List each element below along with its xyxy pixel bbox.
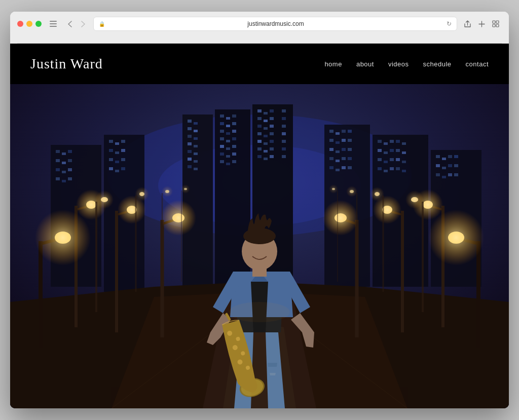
- svg-rect-41: [220, 152, 224, 156]
- svg-rect-21: [188, 158, 192, 161]
- svg-rect-111: [329, 148, 333, 151]
- svg-rect-45: [226, 163, 230, 165]
- svg-rect-146: [442, 158, 446, 160]
- svg-rect-113: [342, 148, 346, 151]
- svg-rect-108: [336, 141, 340, 144]
- svg-rect-12: [194, 122, 198, 125]
- reload-icon[interactable]: ↻: [447, 20, 452, 27]
- svg-rect-79: [68, 150, 72, 153]
- svg-rect-140: [384, 170, 388, 172]
- browser-chrome: 🔒 justinwardmusic.com ↻: [10, 12, 509, 44]
- svg-rect-77: [56, 150, 60, 153]
- svg-rect-22: [194, 160, 198, 163]
- svg-rect-91: [115, 142, 119, 145]
- svg-rect-50: [270, 109, 274, 112]
- close-button[interactable]: [17, 21, 23, 27]
- svg-rect-145: [436, 155, 440, 158]
- svg-rect-132: [396, 149, 400, 152]
- svg-rect-139: [378, 167, 382, 170]
- svg-rect-153: [436, 173, 440, 176]
- svg-rect-98: [121, 158, 125, 161]
- svg-rect-10: [182, 114, 213, 287]
- svg-rect-114: [348, 148, 352, 151]
- svg-rect-231: [252, 268, 267, 277]
- tabs-view-button[interactable]: [490, 18, 502, 30]
- svg-rect-88: [68, 177, 72, 180]
- svg-rect-129: [378, 149, 382, 152]
- svg-rect-93: [109, 149, 113, 152]
- svg-rect-29: [220, 122, 224, 125]
- svg-rect-20: [194, 152, 198, 155]
- svg-rect-122: [348, 166, 352, 169]
- svg-rect-105: [342, 130, 346, 133]
- svg-rect-67: [282, 140, 286, 143]
- svg-rect-135: [384, 161, 388, 163]
- nav-videos[interactable]: videos: [388, 60, 409, 68]
- svg-rect-131: [390, 149, 394, 152]
- svg-rect-83: [56, 168, 60, 171]
- svg-rect-100: [115, 170, 119, 172]
- address-bar[interactable]: 🔒 justinwardmusic.com ↻: [93, 17, 457, 31]
- svg-rect-75: [282, 155, 286, 158]
- svg-rect-109: [342, 139, 346, 142]
- hero-scene-svg: [10, 84, 509, 408]
- svg-rect-112: [336, 150, 340, 153]
- maximize-button[interactable]: [35, 21, 42, 27]
- nav-links: home about videos schedule contact: [324, 59, 489, 68]
- svg-point-190: [181, 184, 190, 194]
- new-tab-button[interactable]: [475, 18, 488, 30]
- nav-about[interactable]: about: [356, 60, 374, 68]
- svg-rect-31: [232, 122, 236, 125]
- svg-rect-82: [68, 159, 72, 162]
- back-button[interactable]: [64, 18, 76, 30]
- nav-schedule[interactable]: schedule: [423, 60, 452, 68]
- svg-rect-34: [232, 130, 236, 133]
- security-icon: 🔒: [99, 21, 105, 27]
- svg-rect-55: [282, 117, 286, 120]
- svg-rect-64: [257, 140, 262, 143]
- svg-rect-115: [329, 157, 333, 160]
- svg-rect-128: [402, 142, 406, 145]
- svg-rect-38: [220, 145, 224, 148]
- forward-button[interactable]: [77, 18, 89, 30]
- site-logo[interactable]: Justin Ward: [30, 56, 103, 72]
- svg-point-187: [162, 186, 173, 197]
- svg-rect-48: [257, 109, 262, 112]
- svg-rect-65: [264, 142, 268, 145]
- svg-rect-66: [270, 140, 274, 143]
- svg-rect-69: [264, 150, 268, 152]
- svg-rect-68: [257, 147, 262, 150]
- svg-point-181: [95, 190, 114, 209]
- svg-rect-24: [194, 168, 198, 170]
- svg-rect-33: [226, 132, 230, 135]
- svg-rect-137: [396, 158, 400, 161]
- svg-rect-59: [282, 125, 286, 128]
- svg-rect-72: [257, 155, 262, 158]
- svg-rect-27: [226, 117, 230, 120]
- svg-rect-149: [436, 164, 440, 167]
- svg-rect-78: [62, 152, 66, 155]
- svg-rect-127: [396, 140, 400, 143]
- svg-rect-60: [257, 132, 262, 135]
- svg-rect-95: [121, 149, 125, 152]
- svg-rect-63: [282, 132, 286, 135]
- svg-rect-58: [270, 125, 274, 128]
- svg-rect-141: [390, 167, 394, 170]
- svg-rect-90: [109, 140, 113, 143]
- svg-rect-61: [264, 135, 268, 137]
- svg-rect-97: [115, 161, 119, 163]
- svg-rect-120: [336, 169, 340, 171]
- svg-rect-32: [220, 130, 224, 133]
- window-sidebar-button[interactable]: [47, 17, 60, 30]
- nav-home[interactable]: home: [324, 60, 342, 68]
- minimize-button[interactable]: [26, 21, 32, 27]
- svg-rect-19: [188, 150, 192, 153]
- svg-rect-106: [348, 130, 352, 133]
- svg-rect-40: [232, 145, 236, 148]
- website-content: Justin Ward home about videos schedule c…: [10, 44, 509, 408]
- share-button[interactable]: [461, 18, 473, 30]
- svg-rect-125: [384, 142, 388, 145]
- nav-contact[interactable]: contact: [466, 60, 489, 68]
- svg-rect-28: [232, 114, 236, 118]
- svg-point-212: [370, 187, 384, 201]
